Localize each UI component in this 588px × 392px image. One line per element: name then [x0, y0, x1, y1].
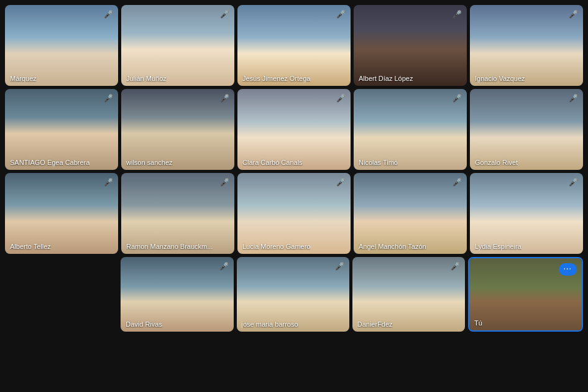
tile-ramon[interactable]: 🎤 Ramon Manzano Brauckm... [121, 173, 234, 254]
tile-name-gonzalo: Gonzalo Rivet [475, 159, 518, 166]
tile-julian[interactable]: 🎤 Julián Muñoz [121, 5, 234, 86]
tile-name-julian: Julián Muñoz [126, 75, 167, 82]
tile-daniel[interactable]: 🎤 DanierFdez [352, 257, 465, 332]
tile-name-nicolas: Nicolas Timó [359, 159, 398, 166]
tile-name-clara: Clara Carbó Canals [242, 159, 303, 166]
tile-lucia[interactable]: 🎤 Lucia Moreno Gamero [237, 173, 351, 254]
mute-icon-alberto: 🎤 [104, 178, 113, 187]
mute-icon-david: 🎤 [219, 262, 229, 271]
tile-tu[interactable]: ··· Tú [468, 257, 583, 332]
mute-icon-albert: 🎤 [452, 10, 462, 19]
tile-name-tu: Tú [474, 319, 482, 327]
mute-icon-daniel: 🎤 [451, 262, 460, 271]
mute-icon-wilson: 🎤 [220, 94, 229, 103]
tile-lydia[interactable]: 🎤 Lydia Espineira [470, 173, 583, 254]
tile-name-lydia: Lydia Espineira [475, 243, 521, 250]
tile-jose[interactable]: 🎤 jose maria barroso [237, 257, 349, 332]
tile-gonzalo[interactable]: 🎤 Gonzalo Rivet [470, 89, 583, 170]
mute-icon-angel: 🎤 [452, 178, 462, 187]
tile-name-ignacio: Ignacio Vazquez [475, 75, 525, 82]
tile-clara[interactable]: 🎤 Clara Carbó Canals [237, 89, 351, 170]
mute-icon-jesus: 🎤 [336, 10, 346, 19]
tile-name-wilson: wilson sanchez [126, 159, 173, 166]
tile-name-marquez: Márquez [10, 75, 37, 82]
grid-row-3: 🎤 Alberto Tellez 🎤 Ramon Manzano Brauckm… [5, 173, 583, 254]
tile-alberto[interactable]: 🎤 Alberto Tellez [5, 173, 118, 254]
mute-icon-ignacio: 🎤 [569, 10, 578, 19]
tile-nicolas[interactable]: 🎤 Nicolas Timó [354, 89, 467, 170]
tile-santiago[interactable]: 🎤 SANTIAGO Egea Cabrera [5, 89, 118, 170]
options-button-tu[interactable]: ··· [559, 263, 577, 276]
tile-name-ramon: Ramon Manzano Brauckm... [126, 243, 213, 250]
mute-icon-nicolas: 🎤 [452, 94, 462, 103]
mute-icon-lucia: 🎤 [336, 178, 346, 187]
grid-row-4: 🎤 David Rivas 🎤 jose maria barroso 🎤 Dan… [5, 257, 583, 332]
tile-marquez[interactable]: 🎤 Márquez [5, 5, 118, 86]
tile-name-albert: Albert Díaz López [359, 75, 413, 82]
mute-icon-lydia: 🎤 [569, 178, 578, 187]
tile-name-angel: Angel Manchón Tazón [359, 243, 426, 250]
mute-icon-marquez: 🎤 [104, 10, 113, 19]
tile-name-daniel: DanierFdez [357, 320, 393, 328]
mute-icon-ramon: 🎤 [220, 178, 229, 187]
mute-icon-jose: 🎤 [335, 262, 344, 271]
tile-name-jose: jose maria barroso [242, 320, 298, 328]
tile-name-jesus: Jesús Jimenez Ortega [242, 75, 310, 82]
tile-name-lucia: Lucia Moreno Gamero [242, 243, 310, 250]
tile-albert[interactable]: 🎤 Albert Díaz López [354, 5, 467, 86]
tile-jesus[interactable]: 🎤 Jesús Jimenez Ortega [237, 5, 351, 86]
tile-angel[interactable]: 🎤 Angel Manchón Tazón [354, 173, 467, 254]
tile-name-david: David Rivas [126, 320, 162, 328]
tile-name-alberto: Alberto Tellez [10, 243, 51, 250]
grid-row-2: 🎤 SANTIAGO Egea Cabrera 🎤 wilson sanchez… [5, 89, 583, 170]
meeting-grid: 🎤 Márquez 🎤 Julián Muñoz 🎤 Jesús Jimenez… [0, 0, 588, 392]
tile-ignacio[interactable]: 🎤 Ignacio Vazquez [470, 5, 583, 86]
tile-wilson[interactable]: 🎤 wilson sanchez [121, 89, 234, 170]
tile-name-santiago: SANTIAGO Egea Cabrera [10, 159, 90, 166]
tile-david[interactable]: 🎤 David Rivas [121, 257, 233, 332]
mute-icon-santiago: 🎤 [104, 94, 113, 103]
grid-row-1: 🎤 Márquez 🎤 Julián Muñoz 🎤 Jesús Jimenez… [5, 5, 583, 86]
mute-icon-clara: 🎤 [336, 94, 346, 103]
mute-icon-gonzalo: 🎤 [569, 94, 578, 103]
mute-icon-julian: 🎤 [220, 10, 229, 19]
tile-empty [5, 257, 117, 332]
